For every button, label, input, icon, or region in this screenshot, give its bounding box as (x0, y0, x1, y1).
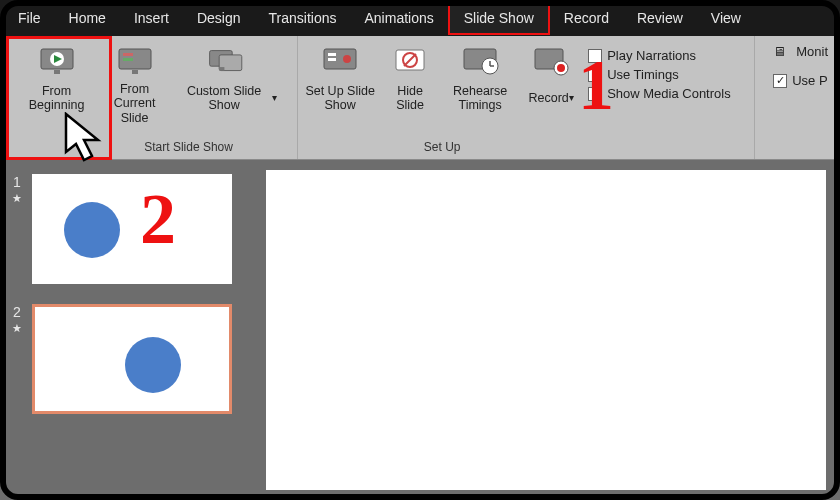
tab-review[interactable]: Review (623, 3, 697, 33)
from-current-icon (115, 44, 155, 78)
setup-slideshow-label: Set Up Slide Show (304, 82, 376, 114)
group-setup-label: Set Up (424, 140, 461, 157)
tab-home[interactable]: Home (55, 3, 120, 33)
play-narrations-checkbox[interactable]: Play Narrations (588, 48, 731, 63)
workspace: 1★ 2★ (0, 160, 840, 500)
svg-rect-5 (123, 53, 133, 56)
thumbnail-1[interactable]: 1★ (10, 174, 250, 284)
monitor-dropdown[interactable]: 🖥Monit (773, 44, 828, 59)
show-media-checkbox[interactable]: ✓Show Media Controls (588, 86, 731, 101)
from-beginning-icon (37, 44, 77, 78)
rehearse-label: Rehearse Timings (444, 82, 516, 114)
monitor-icon: 🖥 (773, 44, 791, 59)
tab-file[interactable]: File (4, 3, 55, 33)
current-slide[interactable] (266, 170, 826, 490)
slide-thumbnails-panel: 1★ 2★ (0, 160, 260, 500)
svg-rect-7 (132, 70, 138, 74)
use-timings-checkbox[interactable]: Use Timings (588, 67, 731, 82)
tab-animations[interactable]: Animations (350, 3, 447, 33)
svg-point-14 (343, 55, 351, 63)
checkbox-icon (588, 68, 602, 82)
from-current-label: From Current Slide (99, 82, 171, 125)
svg-rect-6 (123, 58, 133, 61)
tab-transitions[interactable]: Transitions (255, 3, 351, 33)
svg-rect-12 (328, 53, 336, 56)
thumbnail-2[interactable]: 2★ (10, 304, 250, 414)
ribbon: From Beginning From Current Slide Custom… (0, 36, 840, 160)
rehearse-icon (460, 44, 500, 78)
svg-rect-3 (54, 70, 60, 74)
checkbox-icon (588, 49, 602, 63)
setup-slideshow-icon (320, 44, 360, 78)
record-label: Record (528, 82, 573, 114)
record-button[interactable]: Record (522, 40, 580, 114)
shape-circle (125, 337, 181, 393)
animation-star-icon: ★ (12, 192, 22, 205)
from-beginning-label: From Beginning (21, 82, 93, 114)
svg-rect-10 (219, 67, 224, 70)
animation-star-icon: ★ (12, 322, 22, 335)
tab-record[interactable]: Record (550, 3, 623, 33)
hide-slide-icon (390, 44, 430, 78)
from-beginning-button[interactable]: From Beginning (21, 40, 93, 114)
svg-rect-13 (328, 58, 336, 61)
tab-view[interactable]: View (697, 3, 755, 33)
from-current-button[interactable]: From Current Slide (99, 40, 171, 125)
menubar: File Home Insert Design Transitions Anim… (0, 0, 840, 36)
record-icon (531, 44, 571, 78)
use-presenter-checkbox[interactable]: ✓Use P (773, 73, 828, 88)
hide-slide-label: Hide Slide (382, 82, 438, 114)
tab-slide-show[interactable]: Slide Show (448, 1, 550, 35)
shape-circle (64, 202, 120, 258)
checkbox-checked-icon: ✓ (588, 87, 602, 101)
slide-editor[interactable] (260, 160, 840, 500)
tab-insert[interactable]: Insert (120, 3, 183, 33)
checkbox-checked-icon: ✓ (773, 74, 787, 88)
rehearse-button[interactable]: Rehearse Timings (444, 40, 516, 114)
custom-slideshow-icon (207, 44, 247, 78)
hide-slide-button[interactable]: Hide Slide (382, 40, 438, 114)
custom-slideshow-label: Custom Slide Show (177, 82, 277, 114)
setup-slideshow-button[interactable]: Set Up Slide Show (304, 40, 376, 114)
svg-point-24 (557, 64, 565, 72)
custom-slideshow-button[interactable]: Custom Slide Show (177, 40, 277, 114)
tab-design[interactable]: Design (183, 3, 255, 33)
group-start-label: Start Slide Show (144, 140, 233, 157)
